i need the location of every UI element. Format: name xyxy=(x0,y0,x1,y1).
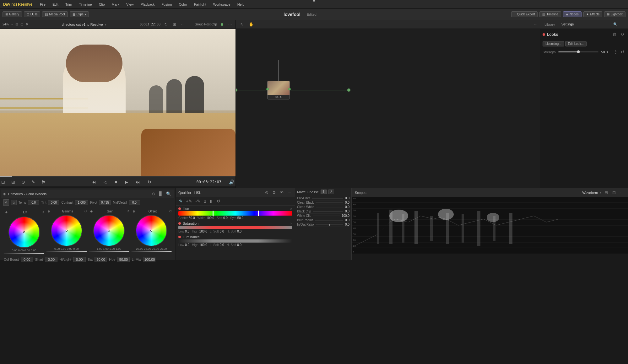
primaries-search-icon[interactable]: 🔍 xyxy=(165,191,172,197)
offset-reset-button[interactable]: ↺ xyxy=(169,209,172,213)
mf-tab-1[interactable]: 1 xyxy=(321,190,327,194)
sat-reset-button[interactable]: ✕ xyxy=(290,222,292,225)
viewer-grid-icon[interactable]: ⊞ xyxy=(10,179,16,185)
lift-reset-button[interactable]: ↺ xyxy=(41,210,44,214)
viewer-settings-icon[interactable]: ⊞ xyxy=(171,21,177,27)
luts-button[interactable]: ⊡ LUTs xyxy=(24,11,41,17)
gamma-color-wheel[interactable] xyxy=(51,215,82,246)
menu-view[interactable]: View xyxy=(125,2,135,7)
col-boost-value[interactable]: 0.00 xyxy=(21,257,33,262)
viewer-more-icon[interactable]: ··· xyxy=(180,21,186,27)
edit-look-button[interactable]: Edit Look... xyxy=(565,41,587,46)
node-01[interactable]: 01 ⚙ xyxy=(267,81,290,99)
gamma-slider[interactable] xyxy=(46,251,87,252)
viewer-tools-icon[interactable]: ⊡ xyxy=(0,179,6,185)
timeline-button[interactable]: ▤ Timeline xyxy=(539,11,561,17)
looks-delete-icon[interactable]: 🗑 xyxy=(611,31,618,37)
waveform-type[interactable]: Waveform xyxy=(582,191,598,195)
menu-mark[interactable]: Mark xyxy=(111,2,121,7)
hue-right-handle[interactable] xyxy=(258,211,259,216)
qualifier-sub-tool[interactable]: -✎ xyxy=(195,198,201,204)
gain-slider[interactable] xyxy=(89,251,129,252)
qualifier-more-icon[interactable]: ··· xyxy=(286,190,292,195)
primaries-bars-icon[interactable]: ▊ xyxy=(158,191,164,197)
hi-light-value[interactable]: 0.00 xyxy=(73,257,86,262)
step-back-button[interactable]: ◁ xyxy=(102,179,108,185)
qualifier-pick-tool[interactable]: ✎ xyxy=(178,198,183,204)
waveform-dropdown-icon[interactable]: ▾ xyxy=(600,191,601,194)
gallery-button[interactable]: ⊞ Gallery xyxy=(3,11,22,17)
menu-file[interactable]: File xyxy=(39,2,47,7)
gain-color-wheel[interactable] xyxy=(93,215,125,246)
mf-white-clip-slider[interactable] xyxy=(313,216,340,216)
stop-button[interactable]: ■ xyxy=(113,179,118,185)
shad-value[interactable]: 0.00 xyxy=(45,257,57,262)
gain-wheel-dot[interactable] xyxy=(108,230,110,232)
go-to-end-button[interactable]: ⏭ xyxy=(134,179,141,185)
mf-pre-filter-slider[interactable] xyxy=(312,198,343,199)
qualifier-settings-icon[interactable]: ⚙ xyxy=(271,190,277,195)
qualifier-alt-tool[interactable]: ⌀ xyxy=(203,198,207,204)
gain-reset-button[interactable]: ↺ xyxy=(127,209,129,213)
progress-bar[interactable] xyxy=(0,176,236,177)
lightbox-button[interactable]: ⊞ Lightbox xyxy=(604,11,625,17)
menu-fusion[interactable]: Fusion xyxy=(160,2,173,7)
go-to-start-button[interactable]: ⏮ xyxy=(90,179,97,185)
node-canvas[interactable]: 01 ⚙ xyxy=(236,29,540,188)
viewer-refresh-icon[interactable]: ↻ xyxy=(163,21,169,27)
offset-plus-icon[interactable]: ⊕ xyxy=(131,209,136,214)
lift-slider[interactable] xyxy=(4,253,44,254)
sat-value[interactable]: 50.00 xyxy=(95,257,107,262)
hue-left-handle[interactable] xyxy=(213,211,214,216)
licensing-button[interactable]: Licensing... xyxy=(543,41,564,46)
primaries-log-btn[interactable]: ⊙ xyxy=(11,200,17,205)
loop-button[interactable]: ↻ xyxy=(146,179,153,185)
menu-workspace[interactable]: Workspace xyxy=(212,2,232,7)
gain-plus-icon[interactable]: ⊕ xyxy=(89,209,94,214)
play-button[interactable]: ▶ xyxy=(123,179,129,185)
strength-steppers[interactable]: ▲ ▼ xyxy=(614,49,617,55)
mf-clean-black-slider[interactable] xyxy=(316,202,343,203)
scopes-more-icon[interactable]: ··· xyxy=(619,190,625,195)
offset-wheel-dot[interactable] xyxy=(150,230,152,232)
qualifier-reset-tool[interactable]: ↺ xyxy=(216,198,221,204)
strength-reset-icon[interactable]: ↺ xyxy=(620,49,625,55)
contrast-value[interactable]: 1.000 xyxy=(75,200,88,205)
looks-reset-icon[interactable]: ↺ xyxy=(620,31,625,37)
mf-in-out-ratio-slider[interactable] xyxy=(316,224,343,225)
clips-button[interactable]: ▦ Clips ▾ xyxy=(70,11,89,17)
viewer-paint-icon[interactable]: ✎ xyxy=(30,179,36,185)
mf-tab-2[interactable]: 2 xyxy=(328,190,334,194)
menu-fairlight[interactable]: Fairlight xyxy=(193,2,208,7)
pivot-value[interactable]: 0.435 xyxy=(99,200,111,205)
scopes-resize-icon[interactable]: ⊞ xyxy=(603,190,609,195)
menu-color[interactable]: Color xyxy=(177,2,188,7)
menu-clip[interactable]: Clip xyxy=(98,2,106,7)
lift-color-wheel[interactable] xyxy=(8,217,40,248)
gamma-plus-icon[interactable]: ⊕ xyxy=(46,209,51,214)
effects-button[interactable]: ✦ Effects xyxy=(583,11,602,17)
qualifier-add-tool[interactable]: +✎ xyxy=(185,198,193,204)
mf-clean-white-slider[interactable] xyxy=(316,207,343,207)
strength-knob[interactable] xyxy=(577,50,580,53)
gamma-reset-button[interactable]: ↺ xyxy=(84,209,87,213)
right-search-icon[interactable]: 🔍 xyxy=(613,22,618,26)
audio-icon[interactable]: 🔊 xyxy=(228,179,236,185)
gamma-wheel-dot[interactable] xyxy=(66,230,68,232)
right-more-icon[interactable]: ⋯ xyxy=(622,22,625,26)
primaries-reset-icon[interactable]: ⊙ xyxy=(151,191,157,197)
mf-black-clip-slider[interactable] xyxy=(313,211,343,212)
scopes-full-icon[interactable]: ⊡ xyxy=(611,190,617,195)
qualifier-mask-tool[interactable]: ◧ xyxy=(209,198,214,204)
menu-edit[interactable]: Edit xyxy=(51,2,60,7)
mid-detail-value[interactable]: 0.0 xyxy=(129,200,140,205)
viewer-circle-icon[interactable]: ⊙ xyxy=(20,179,26,185)
strength-slider[interactable] xyxy=(558,51,598,52)
temp-value[interactable]: 0.0 xyxy=(28,200,39,205)
quick-export-button[interactable]: ↑ Quick Export xyxy=(511,11,538,17)
node-hand-icon[interactable]: ✋ xyxy=(247,21,255,27)
menu-playback[interactable]: Playback xyxy=(139,2,156,7)
menu-trim[interactable]: Trim xyxy=(64,2,73,7)
offset-color-wheel[interactable] xyxy=(136,215,167,246)
offset-slider[interactable] xyxy=(131,251,172,252)
